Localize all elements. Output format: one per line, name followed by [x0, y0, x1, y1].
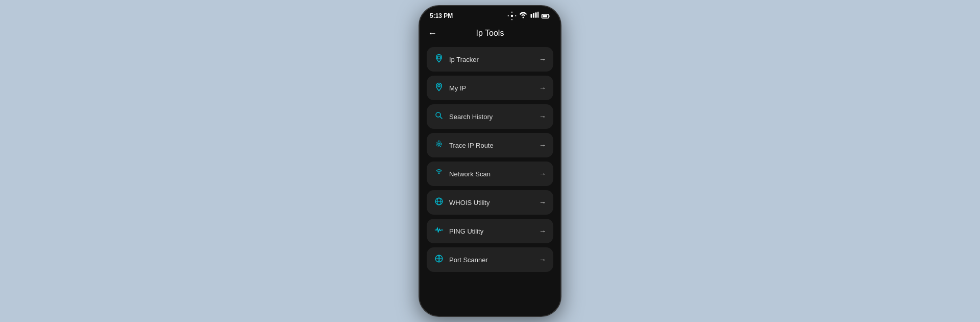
wifi-scan-icon: [434, 168, 444, 179]
svg-rect-2: [531, 14, 532, 18]
trace-ip-route-label: Trace IP Route: [449, 142, 494, 149]
ping-utility-label: PING Utility: [449, 227, 483, 235]
svg-point-0: [511, 15, 513, 17]
top-bar: ← Ip Tools: [420, 24, 560, 43]
pin-icon: [434, 82, 444, 94]
svg-point-9: [438, 85, 440, 87]
arrow-icon: →: [539, 84, 546, 92]
svg-point-8: [437, 56, 440, 59]
whois-utility-label: WHOIS Utility: [449, 199, 489, 206]
arrow-icon: →: [539, 112, 546, 121]
port-scanner-label: Port Scanner: [449, 256, 488, 264]
menu-item-search-history[interactable]: Search History →: [427, 104, 553, 129]
arrow-icon: →: [539, 170, 546, 178]
svg-point-12: [436, 142, 442, 147]
status-bar: 5:13 PM: [420, 6, 560, 24]
svg-rect-4: [535, 12, 537, 18]
ip-tracker-label: Ip Tracker: [449, 56, 479, 63]
menu-item-my-ip[interactable]: My IP →: [427, 76, 553, 100]
network-scan-label: Network Scan: [449, 170, 491, 178]
menu-item-port-scanner[interactable]: Port Scanner →: [427, 247, 553, 272]
globe-icon: [434, 197, 444, 208]
menu-item-network-scan[interactable]: Network Scan →: [427, 162, 553, 186]
search-icon: [434, 111, 444, 122]
my-ip-label: My IP: [449, 84, 466, 92]
svg-rect-5: [537, 12, 538, 18]
arrow-icon: →: [539, 256, 546, 264]
arrow-icon: →: [539, 55, 546, 63]
menu-list: Ip Tracker → My IP →: [420, 43, 560, 316]
svg-rect-7: [543, 15, 547, 18]
status-time: 5:13 PM: [430, 12, 453, 19]
arrow-icon: →: [539, 198, 546, 206]
location-icon: [434, 54, 444, 65]
svg-point-14: [438, 172, 440, 174]
search-history-label: Search History: [449, 113, 493, 121]
route-icon: [434, 140, 444, 151]
pulse-icon: [434, 225, 444, 237]
menu-item-whois-utility[interactable]: WHOIS Utility →: [427, 190, 553, 215]
menu-item-ip-tracker[interactable]: Ip Tracker →: [427, 47, 553, 72]
arrow-icon: →: [539, 227, 546, 235]
svg-rect-3: [533, 13, 534, 18]
globe2-icon: [434, 254, 444, 265]
svg-point-11: [438, 143, 440, 146]
status-icons: [507, 11, 550, 20]
arrow-icon: →: [539, 141, 546, 149]
back-button[interactable]: ←: [428, 28, 437, 39]
menu-item-ping-utility[interactable]: PING Utility →: [427, 219, 553, 243]
page-title: Ip Tools: [476, 29, 504, 38]
phone-frame: 5:13 PM ← Ip Tools Ip Tracker: [419, 5, 561, 317]
menu-item-trace-ip-route[interactable]: Trace IP Route →: [427, 133, 553, 157]
svg-point-1: [523, 17, 524, 18]
